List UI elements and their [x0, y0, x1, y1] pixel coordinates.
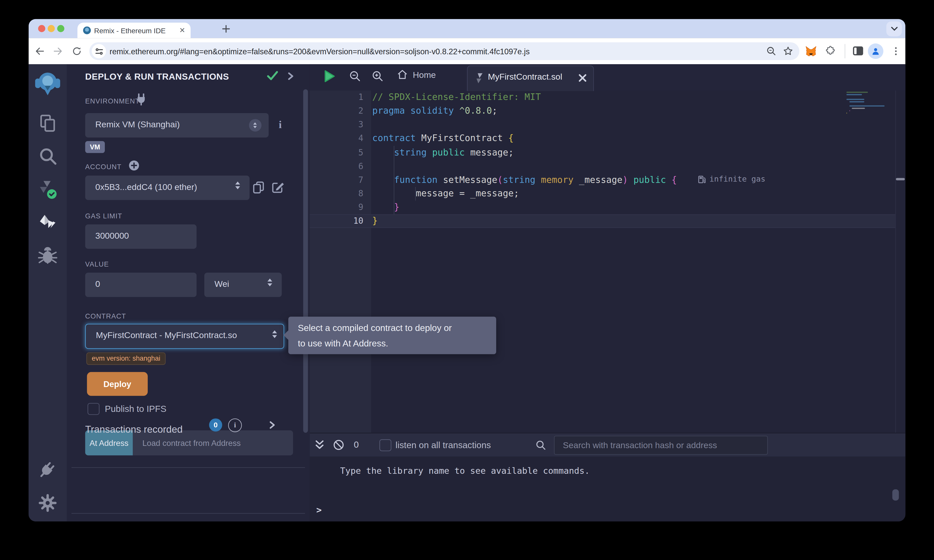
tab-title: Remix - Ethereum IDE: [94, 27, 166, 35]
value-unit-select[interactable]: Wei: [204, 273, 282, 297]
back-icon[interactable]: [34, 46, 45, 57]
code-line: contract MyFirstContract {: [372, 132, 677, 146]
terminal-toolbar: 0 listen on all transactions: [310, 433, 905, 457]
tab-close-icon[interactable]: ✕: [179, 26, 185, 34]
remix-app: DEPLOY & RUN TRANSACTIONS ENVIRONMENT Re…: [29, 64, 906, 521]
publish-ipfs-checkbox[interactable]: [88, 403, 100, 415]
value-input[interactable]: 0: [85, 273, 197, 297]
url-bar[interactable]: remix.ethereum.org/#lang=en&optimize=fal…: [89, 42, 800, 60]
panel-scrollbar[interactable]: [303, 89, 308, 433]
toolbar-divider: [845, 44, 845, 58]
remix-favicon: [83, 26, 91, 34]
code-line: message = _message;: [372, 187, 677, 201]
code-line: }: [372, 201, 677, 214]
compiled-check-icon: [267, 71, 278, 81]
maximize-window-button[interactable]: [57, 25, 64, 32]
file-explorer-icon[interactable]: [37, 113, 58, 134]
profile-avatar[interactable]: [868, 43, 883, 59]
contract-select[interactable]: MyFirstContract - MyFirstContract.so: [85, 324, 284, 349]
transactions-expand-chevron-icon[interactable]: [269, 421, 276, 429]
reload-icon[interactable]: [72, 46, 82, 57]
edit-account-icon[interactable]: [271, 181, 284, 193]
zoom-out-icon[interactable]: [349, 70, 361, 82]
value-label: VALUE: [85, 261, 109, 268]
forward-icon[interactable]: [52, 46, 63, 57]
terminal-output[interactable]: Type the library name to see available c…: [310, 457, 905, 522]
deploy-run-icon[interactable]: [37, 212, 58, 233]
listen-transactions-checkbox[interactable]: [379, 439, 391, 451]
browser-tabstrip: Remix - Ethereum IDE ✕: [29, 19, 906, 38]
add-account-icon[interactable]: [129, 160, 139, 171]
vm-badge: VM: [85, 141, 105, 153]
tab-home-label: Home: [413, 70, 436, 80]
code-line: string public message;: [372, 146, 677, 159]
terminal-search-field: [554, 436, 768, 455]
environment-cycle-icon[interactable]: [249, 119, 261, 131]
remix-logo[interactable]: [34, 70, 62, 96]
listen-transactions-label: listen on all transactions: [395, 440, 491, 450]
remix-icon-panel: [29, 64, 68, 521]
terminal-scrollbar[interactable]: [892, 489, 899, 501]
zoom-page-icon[interactable]: [766, 46, 777, 57]
extensions-puzzle-icon[interactable]: [825, 46, 836, 57]
gas-limit-label: GAS LIMIT: [85, 212, 122, 220]
gas-limit-input[interactable]: 3000000: [85, 225, 197, 249]
expand-terminal-chevrons-icon[interactable]: [315, 440, 324, 451]
tab-file[interactable]: MyFirstContract.sol: [467, 65, 594, 91]
contract-tooltip: Select a compiled contract to deploy or …: [288, 317, 496, 354]
account-label: ACCOUNT: [85, 163, 122, 170]
new-tab-button[interactable]: [222, 25, 230, 33]
minimize-window-button[interactable]: [48, 25, 55, 32]
code-content[interactable]: // SPDX-License-Identifier: MITpragma so…: [372, 91, 677, 228]
code-line: pragma solidity ^0.8.0;: [372, 104, 677, 118]
home-icon: [397, 69, 408, 80]
editor-minimap[interactable]: [846, 92, 895, 115]
gas-estimate-annotation: infinite gas: [698, 174, 766, 183]
tab-home[interactable]: Home: [397, 69, 436, 80]
run-script-play-icon[interactable]: [324, 70, 336, 83]
bookmark-star-icon[interactable]: [783, 46, 794, 57]
editor-area: Home MyFirstContract.sol: [310, 64, 905, 521]
browser-menu-kebab-icon[interactable]: [891, 46, 901, 57]
account-select[interactable]: 0x5B3...eddC4 (100 ether): [85, 175, 250, 200]
deploy-button[interactable]: Deploy: [87, 372, 148, 396]
tab-search-button[interactable]: [886, 21, 902, 36]
publish-ipfs-label: Publish to IPFS: [105, 403, 166, 414]
contract-label: CONTRACT: [85, 312, 126, 320]
code-line: function setMessage(string memory _messa…: [372, 173, 677, 187]
transactions-count-badge: 0: [209, 418, 222, 432]
terminal-prompt: >: [316, 505, 322, 515]
environment-info-icon[interactable]: i: [279, 118, 282, 131]
screen: Remix - Ethereum IDE ✕: [0, 0, 934, 560]
terminal-search-input[interactable]: [555, 436, 784, 454]
terminal-message: Type the library name to see available c…: [340, 466, 590, 476]
environment-plug-icon[interactable]: [136, 93, 146, 105]
side-panel-icon[interactable]: [853, 46, 863, 55]
tab-file-label: MyFirstContract.sol: [488, 72, 562, 82]
settings-gear-icon[interactable]: [37, 493, 58, 513]
environment-select[interactable]: Remix VM (Shanghai): [85, 113, 269, 137]
evm-version-badge: evm version: shanghai: [86, 352, 165, 365]
plugin-manager-plug-icon[interactable]: [37, 459, 58, 479]
solidity-compiler-icon[interactable]: [37, 179, 58, 199]
tooltip-arrow: [284, 331, 288, 340]
panel-divider-top: [72, 467, 305, 468]
browser-tab[interactable]: Remix - Ethereum IDE ✕: [77, 23, 191, 38]
search-icon[interactable]: [37, 146, 58, 167]
metamask-icon[interactable]: [805, 46, 817, 57]
browser-toolbar: remix.ethereum.org/#lang=en&optimize=fal…: [29, 38, 906, 64]
editor-tab-bar: Home MyFirstContract.sol: [310, 64, 905, 90]
site-settings-icon[interactable]: [92, 44, 106, 58]
tab-close-icon[interactable]: [578, 74, 587, 82]
transactions-info-icon[interactable]: i: [228, 418, 242, 432]
copy-account-icon[interactable]: [253, 181, 265, 194]
debugger-bug-icon[interactable]: [37, 246, 58, 266]
terminal-count: 0: [354, 439, 359, 449]
close-window-button[interactable]: [38, 25, 45, 32]
editor-scrollbar-handle[interactable]: [896, 178, 905, 180]
zoom-in-icon[interactable]: [371, 70, 384, 82]
browser-window: Remix - Ethereum IDE ✕: [29, 19, 906, 522]
line-numbers: 12345678910: [310, 91, 363, 228]
panel-collapse-chevron-icon[interactable]: [288, 72, 294, 80]
clear-console-icon[interactable]: [333, 439, 344, 451]
